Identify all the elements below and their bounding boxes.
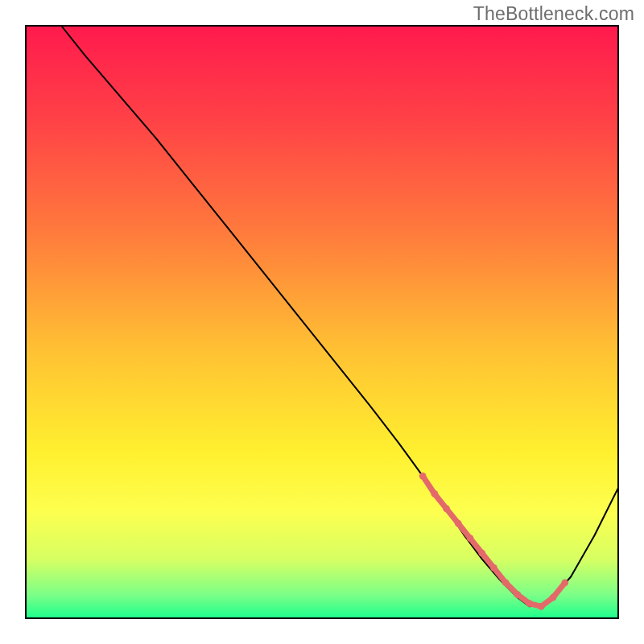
series-point-marker: [502, 579, 510, 586]
series-point-marker: [467, 535, 474, 542]
series-point-marker: [419, 473, 427, 480]
bottleneck-chart: [0, 0, 644, 644]
series-point-marker: [455, 520, 462, 527]
chart-background-gradient: [26, 26, 618, 618]
series-point-marker: [478, 550, 485, 557]
series-point-marker: [550, 594, 557, 601]
series-point-marker: [514, 591, 522, 598]
watermark-text: TheBottleneck.com: [473, 3, 634, 25]
series-point-marker: [561, 579, 568, 586]
series-point-marker: [443, 505, 450, 512]
series-point-marker: [431, 490, 438, 497]
series-point-marker: [538, 603, 545, 610]
series-point-marker: [526, 600, 533, 607]
chart-container: [0, 0, 644, 644]
series-point-marker: [490, 564, 497, 572]
